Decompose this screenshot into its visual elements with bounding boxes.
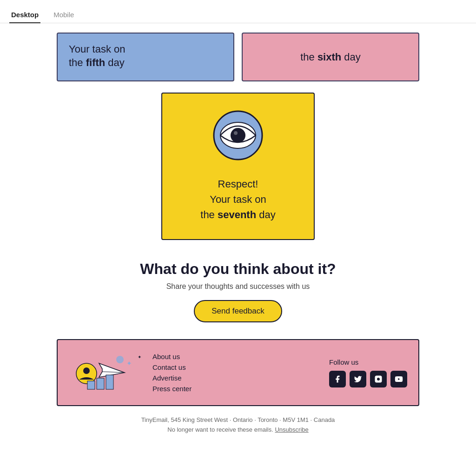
footer-link-contact[interactable]: Contact us — [152, 363, 320, 371]
fifth-line1: Your task on — [69, 43, 222, 56]
tab-desktop[interactable]: Desktop — [9, 7, 40, 23]
send-feedback-button[interactable]: Send feedback — [194, 300, 282, 322]
svg-point-13 — [116, 356, 124, 363]
think-section: What do you think about it? Share your t… — [38, 260, 438, 322]
unsubscribe-link[interactable]: Unsubscribe — [275, 426, 308, 433]
svg-rect-10 — [97, 378, 104, 389]
seventh-day-card: Respect! Your task on the seventh day — [161, 93, 315, 240]
seventh-card-wrapper: Respect! Your task on the seventh day — [38, 93, 438, 240]
sixth-text: the sixth day — [300, 51, 361, 63]
day-cards-row: Your task on the fifth day the sixth day — [38, 33, 438, 81]
twitter-icon[interactable] — [350, 371, 366, 387]
svg-point-3 — [234, 131, 238, 135]
seventh-text: Respect! Your task on the seventh day — [200, 176, 275, 222]
footer-link-about[interactable]: About us — [152, 353, 320, 361]
svg-text:✦: ✦ — [126, 360, 132, 367]
seventh-line2: Your task on — [200, 192, 275, 207]
eye-icon — [210, 107, 266, 163]
footer-pink: ✦ ✦ About us Contact us Advertise Press … — [57, 339, 419, 406]
svg-point-6 — [83, 367, 90, 374]
fifth-line2: the fifth day — [69, 56, 222, 70]
youtube-icon[interactable] — [390, 371, 407, 387]
think-subtitle: Share your thoughts and successes with u… — [38, 282, 438, 291]
footer-unsub: No longer want to receive these emails. … — [47, 425, 429, 435]
tab-mobile[interactable]: Mobile — [52, 7, 76, 23]
social-icons — [329, 371, 407, 387]
footer-illustration: ✦ ✦ — [69, 349, 143, 396]
sixth-pre: the — [300, 51, 317, 63]
facebook-icon[interactable] — [329, 371, 346, 387]
footer-link-press[interactable]: Press center — [152, 385, 320, 393]
sixth-bold: sixth — [317, 51, 341, 63]
follow-label: Follow us — [329, 358, 358, 366]
bottom-footer: TinyEmail, 545 King Street West · Ontari… — [38, 406, 438, 449]
sixth-post: day — [341, 51, 361, 63]
tab-bar: Desktop Mobile — [0, 0, 476, 23]
instagram-icon[interactable] — [370, 371, 387, 387]
footer-unsub-pre: No longer want to receive these emails. — [167, 426, 275, 433]
think-title: What do you think about it? — [38, 260, 438, 278]
fifth-line2-pre: the — [69, 57, 86, 68]
fifth-line2-bold: fifth — [86, 57, 106, 68]
svg-point-2 — [231, 128, 245, 143]
footer-follow: Follow us — [329, 358, 407, 387]
fifth-line2-post: day — [105, 57, 125, 68]
svg-text:✦: ✦ — [138, 354, 141, 360]
footer-links: About us Contact us Advertise Press cent… — [152, 353, 320, 393]
sixth-day-card: the sixth day — [242, 33, 419, 81]
footer-address: TinyEmail, 545 King Street West · Ontari… — [47, 415, 429, 425]
svg-rect-11 — [106, 375, 113, 389]
seventh-line3: the seventh day — [200, 207, 275, 222]
main-content: Your task on the fifth day the sixth day — [29, 33, 447, 449]
seventh-line1: Respect! — [200, 176, 275, 192]
svg-rect-9 — [87, 381, 95, 389]
footer-link-advertise[interactable]: Advertise — [152, 374, 320, 382]
fifth-day-card: Your task on the fifth day — [57, 33, 234, 81]
